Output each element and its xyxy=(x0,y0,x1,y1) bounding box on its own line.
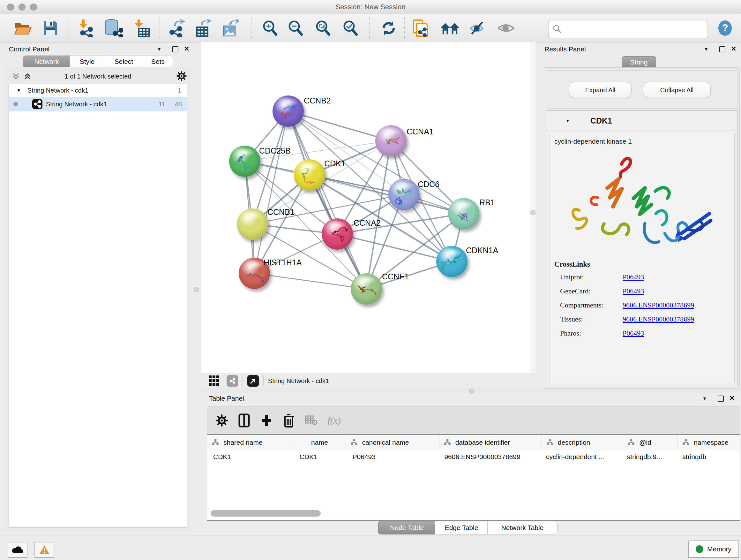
export-table-button[interactable] xyxy=(193,18,212,38)
tab-string[interactable]: String xyxy=(622,56,656,68)
help-button[interactable]: ? xyxy=(716,18,735,38)
table-panel-float-icon[interactable] xyxy=(718,395,724,401)
add-column-button[interactable] xyxy=(258,412,275,429)
show-panel-button[interactable] xyxy=(496,18,516,38)
tab-sets[interactable]: Sets xyxy=(143,56,173,68)
hide-panel-button[interactable] xyxy=(468,18,488,38)
cell-canonical-name[interactable]: P06493 xyxy=(348,450,439,463)
column-header-shared-name[interactable]: shared name xyxy=(207,435,293,450)
network-node-CCNA2[interactable] xyxy=(322,219,353,250)
zoom-fit-button[interactable] xyxy=(313,18,333,38)
crosslink-pharos-link[interactable]: P06493 xyxy=(623,329,733,337)
network-node-RB1[interactable] xyxy=(448,198,479,229)
control-panel-float-icon[interactable] xyxy=(172,46,179,52)
network-node-CDK1[interactable] xyxy=(294,159,325,191)
results-panel-float-icon[interactable] xyxy=(719,46,725,52)
cell-namespace[interactable]: stringdb xyxy=(677,450,740,463)
column-header-database-identifier[interactable]: database identifier xyxy=(440,435,542,450)
tab-network-table[interactable]: Network Table xyxy=(487,521,557,535)
open-session-button[interactable] xyxy=(13,18,32,38)
export-network-button[interactable] xyxy=(167,18,186,38)
tab-node-table[interactable]: Node Table xyxy=(378,521,435,535)
column-header-name[interactable]: name xyxy=(293,435,346,450)
delete-column-button[interactable] xyxy=(280,412,298,429)
bottom-splitter-handle[interactable] xyxy=(469,388,474,394)
network-node-CDC6[interactable] xyxy=(388,179,420,210)
network-edge-HIST1H1A-CCNE1[interactable] xyxy=(254,273,366,289)
tab-select[interactable]: Select xyxy=(104,56,144,68)
cloud-status-button[interactable] xyxy=(8,542,27,558)
database-icon xyxy=(104,19,123,37)
export-image-button[interactable] xyxy=(221,18,240,38)
table-panel-close-icon[interactable]: ✕ xyxy=(729,395,735,400)
cell-id[interactable]: stringdb:9... xyxy=(621,450,677,463)
table-panel-menu-icon[interactable]: ▼ xyxy=(702,396,707,401)
network-node-CCNB1[interactable] xyxy=(237,208,268,240)
network-node-CCNE1[interactable] xyxy=(351,273,382,305)
memory-button[interactable]: Memory xyxy=(688,541,739,558)
import-table-button[interactable] xyxy=(133,18,152,38)
entry-collapse-icon[interactable]: ▼ xyxy=(565,118,570,123)
refresh-button[interactable] xyxy=(379,18,398,38)
network-node-CCNA1[interactable] xyxy=(375,125,407,157)
node-table[interactable]: shared name name canonical name xyxy=(207,434,740,521)
collapse-all-button[interactable]: Collapse All xyxy=(643,82,711,98)
zoom-selected-button[interactable] xyxy=(341,18,360,38)
tab-style[interactable]: Style xyxy=(70,56,105,68)
left-splitter-handle[interactable] xyxy=(194,287,199,292)
birdseye-grid-icon[interactable] xyxy=(208,375,220,387)
import-network-button[interactable] xyxy=(77,18,96,38)
warning-status-button[interactable] xyxy=(35,542,54,558)
crosslink-genecard-link[interactable]: P06493 xyxy=(623,287,733,295)
cell-shared-name[interactable]: CDK1 xyxy=(207,450,293,463)
collection-expand-icon[interactable]: ▼ xyxy=(17,88,21,93)
cell-name[interactable]: CDK1 xyxy=(293,450,348,463)
cell-description[interactable]: cyclin-dependent ... xyxy=(539,450,621,463)
table-row[interactable]: CDK1 CDK1 P06493 9606.ENSP00000378699 cy… xyxy=(207,450,740,463)
houses-button[interactable] xyxy=(441,18,460,38)
save-session-button[interactable] xyxy=(41,18,60,38)
delete-table-button[interactable] xyxy=(302,412,320,429)
column-header-canonical-name[interactable]: canonical name xyxy=(346,435,439,450)
zoom-out-button[interactable] xyxy=(286,18,305,38)
table-scrollbar-thumb[interactable] xyxy=(211,510,321,516)
network-node-CDKN1A[interactable] xyxy=(436,246,468,277)
shared-column-icon xyxy=(628,439,635,446)
right-splitter[interactable] xyxy=(530,42,536,388)
entry-header-row[interactable]: ▼ CDK1 xyxy=(547,111,737,131)
column-header-namespace[interactable]: namespace xyxy=(678,435,740,450)
crosslink-tissues-link[interactable]: 9606.ENSP00000378699 xyxy=(623,315,733,323)
crosslink-compartments-link[interactable]: 9606.ENSP00000378699 xyxy=(623,301,733,309)
duplicate-network-button[interactable] xyxy=(411,18,430,38)
network-options-gear-icon[interactable] xyxy=(177,71,187,81)
tab-edge-table[interactable]: Edge Table xyxy=(435,521,488,535)
network-row-selected[interactable]: String Network - cdk1 11 48 xyxy=(9,97,187,111)
network-share-toggle-button[interactable] xyxy=(226,375,238,387)
show-columns-button[interactable] xyxy=(235,412,253,429)
results-panel-menu-icon[interactable]: ▼ xyxy=(704,47,709,52)
network-canvas[interactable]: CCNB2CCNA1CDC25BCDK1CDC6RB1CCNB1CCNA2CDK… xyxy=(201,42,530,373)
results-panel-close-icon[interactable]: ✕ xyxy=(731,46,737,51)
right-splitter-handle[interactable] xyxy=(530,210,536,215)
column-header-id[interactable]: @id xyxy=(623,435,678,450)
bottom-splitter[interactable] xyxy=(201,388,741,393)
search-input[interactable] xyxy=(564,25,708,33)
crosslink-uniprot-link[interactable]: P06493 xyxy=(623,273,733,281)
table-horizontal-scrollbar[interactable] xyxy=(211,510,736,516)
network-node-CCNB2[interactable] xyxy=(273,96,304,127)
network-node-CDC25B[interactable] xyxy=(229,145,260,177)
goto-network-button[interactable] xyxy=(247,375,259,387)
control-panel-close-icon[interactable]: ✕ xyxy=(184,46,190,51)
network-edge-CDK1-RB1[interactable] xyxy=(310,175,464,213)
tab-network[interactable]: Network xyxy=(23,56,70,68)
import-network-database-button[interactable] xyxy=(104,18,123,38)
cell-database-identifier[interactable]: 9606.ENSP00000378699 xyxy=(439,450,539,463)
column-header-description[interactable]: description xyxy=(542,435,623,450)
function-builder-button[interactable]: f(x) xyxy=(325,412,343,429)
control-panel-menu-icon[interactable]: ▼ xyxy=(157,47,161,52)
expand-all-button[interactable]: Expand All xyxy=(569,82,631,98)
zoom-in-button[interactable] xyxy=(260,18,280,38)
network-edge-CCNB2-HIST1H1A[interactable] xyxy=(254,111,288,273)
table-options-button[interactable] xyxy=(213,412,231,429)
network-collection-row[interactable]: ▼ String Network - cdk1 1 xyxy=(9,84,187,97)
